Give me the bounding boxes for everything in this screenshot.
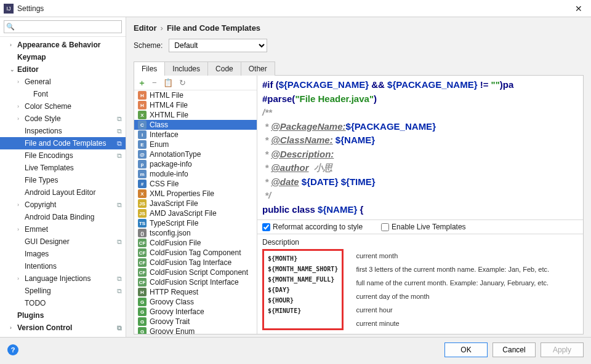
variable-name: ${MONTH_NAME_FULL} — [268, 274, 338, 285]
sidebar-item[interactable]: File and Code Templates⧉ — [0, 137, 126, 149]
template-list: HHTML FileHHTML4 FileXXHTML FileCClassII… — [134, 90, 257, 334]
sidebar-item[interactable]: Android Layout Editor — [0, 186, 126, 199]
variable-desc: full name of the current month. Example:… — [356, 276, 549, 290]
template-item[interactable]: GGroovy Enum — [134, 326, 257, 334]
template-item[interactable]: JSJavaScript File — [134, 199, 257, 208]
template-item[interactable]: GGroovy Class — [134, 297, 257, 307]
sidebar-item[interactable]: Keymap — [0, 51, 126, 63]
template-item[interactable]: {}tsconfig.json — [134, 228, 257, 238]
add-icon[interactable]: ＋ — [138, 77, 146, 89]
tab-files[interactable]: Files — [134, 61, 165, 76]
sidebar-item[interactable]: Spelling⧉ — [0, 285, 126, 297]
sidebar-item[interactable]: Inspections⧉ — [0, 125, 126, 137]
variable-desc: current day of the month — [356, 290, 549, 303]
sidebar-item[interactable]: ›Copyright⧉ — [0, 199, 126, 211]
template-item[interactable]: GGroovy Trait — [134, 317, 257, 326]
sidebar-item[interactable]: Images — [0, 248, 126, 260]
template-item[interactable]: TSTypeScript File — [134, 218, 257, 228]
help-icon[interactable]: ? — [7, 344, 18, 355]
scheme-label: Scheme: — [134, 41, 163, 50]
tab-other[interactable]: Other — [241, 61, 275, 76]
template-item[interactable]: #CSS File — [134, 179, 257, 189]
cancel-button[interactable]: Cancel — [492, 342, 536, 357]
sidebar-item[interactable]: File Types — [0, 174, 126, 186]
sidebar-item[interactable]: GUI Designer⧉ — [0, 235, 126, 248]
sidebar-item[interactable]: File Encodings⧉ — [0, 149, 126, 162]
template-toolbar: ＋ − 📋 ↻ — [134, 76, 257, 90]
sidebar-item[interactable]: Live Templates — [0, 162, 126, 174]
variable-name: ${DAY} — [268, 285, 338, 295]
sidebar-item[interactable]: ⌄Editor — [0, 63, 126, 76]
template-item[interactable]: HHTML File — [134, 90, 257, 100]
search-input[interactable] — [4, 20, 122, 33]
template-item[interactable]: CFColdFusion File — [134, 238, 257, 248]
variable-desc: current month — [356, 249, 549, 263]
template-item[interactable]: @AnnotationType — [134, 149, 257, 159]
description-panel: Description ${MONTH}${MONTH_NAME_SHORT}$… — [257, 234, 583, 334]
sidebar-item[interactable]: ›Color Scheme — [0, 100, 126, 113]
template-item[interactable]: CFColdFusion Script Interface — [134, 277, 257, 287]
variable-name: ${MINUTE} — [268, 306, 338, 316]
remove-icon[interactable]: − — [152, 78, 157, 87]
template-item[interactable]: CFColdFusion Tag Component — [134, 248, 257, 258]
template-item[interactable]: XXML Properties File — [134, 189, 257, 199]
copy-icon[interactable]: 📋 — [163, 78, 173, 87]
template-item[interactable]: ppackage-info — [134, 159, 257, 169]
tab-code[interactable]: Code — [207, 61, 241, 76]
sidebar-item[interactable]: ›Version Control⧉ — [0, 322, 126, 334]
sidebar-item[interactable]: ›Code Style⧉ — [0, 113, 126, 125]
sidebar-item[interactable]: ›Emmet — [0, 223, 126, 235]
title-bar: IJ Settings ✕ — [0, 0, 591, 17]
variable-name: ${MONTH} — [268, 253, 338, 264]
apply-button[interactable]: Apply — [541, 342, 584, 357]
variable-desc: current minute — [356, 317, 549, 330]
ok-button[interactable]: OK — [444, 342, 488, 357]
sidebar-item[interactable]: Intentions — [0, 260, 126, 272]
template-tabs: FilesIncludesCodeOther — [134, 61, 584, 76]
reformat-checkbox[interactable]: Reformat according to style — [262, 223, 363, 231]
sidebar-item[interactable]: Font — [0, 88, 126, 100]
sidebar-item[interactable]: ›General — [0, 76, 126, 88]
settings-tree: ›Appearance & BehaviorKeymap⌄Editor›Gene… — [0, 37, 126, 337]
sidebar-item[interactable]: TODO — [0, 297, 126, 309]
template-item[interactable]: IInterface — [134, 130, 257, 140]
variable-name: ${MONTH_NAME_SHORT} — [268, 264, 338, 274]
sidebar-item[interactable]: Android Data Binding — [0, 211, 126, 223]
close-icon[interactable]: ✕ — [570, 2, 587, 15]
template-item[interactable]: HHTTP Request — [134, 287, 257, 297]
scheme-select[interactable]: Default — [169, 39, 267, 52]
sidebar-item[interactable]: ›Language Injections⧉ — [0, 272, 126, 285]
template-item[interactable]: mmodule-info — [134, 169, 257, 179]
variable-name: ${HOUR} — [268, 295, 338, 306]
template-item[interactable]: EEnum — [134, 140, 257, 149]
search-icon: 🔍 — [6, 23, 15, 31]
tab-includes[interactable]: Includes — [164, 61, 208, 76]
app-icon: IJ — [4, 4, 14, 14]
template-item[interactable]: HHTML4 File — [134, 100, 257, 110]
template-code[interactable]: #if (${PACKAGE_NAME} && ${PACKAGE_NAME} … — [257, 76, 583, 220]
template-item[interactable]: JSAMD JavaScript File — [134, 208, 257, 218]
template-item[interactable]: CFColdFusion Tag Interface — [134, 258, 257, 267]
sidebar-item[interactable]: ›Appearance & Behavior — [0, 39, 126, 51]
template-item[interactable]: CClass — [134, 120, 257, 130]
template-item[interactable]: CFColdFusion Script Component — [134, 267, 257, 277]
template-item[interactable]: GGroovy Interface — [134, 307, 257, 317]
sidebar-item[interactable]: Plugins — [0, 309, 126, 322]
template-item[interactable]: XXHTML File — [134, 110, 257, 120]
variable-desc: current hour — [356, 303, 549, 317]
live-templates-checkbox[interactable]: Enable Live Templates — [381, 223, 466, 231]
breadcrumb: Editor›File and Code Templates — [126, 17, 591, 36]
refresh-icon[interactable]: ↻ — [179, 78, 186, 87]
sidebar-item[interactable]: ›Build, Execution, Deployment⧉ — [0, 334, 126, 337]
window-title: Settings — [17, 4, 44, 13]
variable-desc: first 3 letters of the current month nam… — [356, 263, 549, 276]
